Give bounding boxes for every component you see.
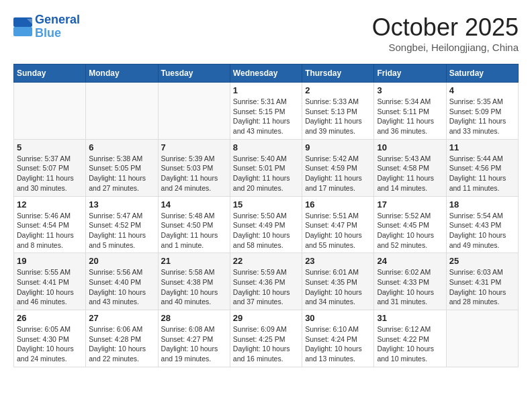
day-info: Sunrise: 6:05 AM Sunset: 4:30 PM Dayligh… xyxy=(17,324,83,364)
day-info: Sunrise: 5:38 AM Sunset: 5:05 PM Dayligh… xyxy=(89,154,154,193)
day-number: 4 xyxy=(449,85,515,95)
day-number: 12 xyxy=(17,199,83,210)
calendar-cell xyxy=(158,83,230,140)
day-info: Sunrise: 5:54 AM Sunset: 4:43 PM Dayligh… xyxy=(449,211,515,250)
calendar-week-row: 1Sunrise: 5:31 AM Sunset: 5:15 PM Daylig… xyxy=(14,83,519,140)
day-info: Sunrise: 5:42 AM Sunset: 4:59 PM Dayligh… xyxy=(305,154,371,193)
logo-line2: Blue xyxy=(35,27,80,40)
calendar-cell: 13Sunrise: 5:47 AM Sunset: 4:52 PM Dayli… xyxy=(86,196,158,253)
calendar-cell: 16Sunrise: 5:51 AM Sunset: 4:47 PM Dayli… xyxy=(302,196,374,253)
day-number: 23 xyxy=(305,256,371,266)
calendar-cell xyxy=(86,83,158,140)
calendar-table: SundayMondayTuesdayWednesdayThursdayFrid… xyxy=(13,64,519,367)
day-info: Sunrise: 5:52 AM Sunset: 4:45 PM Dayligh… xyxy=(377,211,443,250)
day-number: 26 xyxy=(17,313,83,323)
calendar-cell: 21Sunrise: 5:58 AM Sunset: 4:38 PM Dayli… xyxy=(158,253,230,310)
calendar-cell: 30Sunrise: 6:10 AM Sunset: 4:24 PM Dayli… xyxy=(302,310,374,367)
title-block: October 2025 Songbei, Heilongjiang, Chin… xyxy=(372,13,519,53)
day-info: Sunrise: 5:46 AM Sunset: 4:54 PM Dayligh… xyxy=(17,211,83,250)
day-number: 8 xyxy=(233,142,299,152)
month-title: October 2025 xyxy=(372,13,519,42)
day-info: Sunrise: 6:03 AM Sunset: 4:31 PM Dayligh… xyxy=(449,267,515,307)
calendar-cell: 2Sunrise: 5:33 AM Sunset: 5:13 PM Daylig… xyxy=(302,83,374,140)
day-number: 20 xyxy=(89,256,154,266)
day-number: 15 xyxy=(233,199,299,210)
day-info: Sunrise: 5:37 AM Sunset: 5:07 PM Dayligh… xyxy=(17,154,83,193)
day-number: 21 xyxy=(161,256,227,266)
calendar-week-row: 12Sunrise: 5:46 AM Sunset: 4:54 PM Dayli… xyxy=(14,196,519,253)
calendar-cell: 7Sunrise: 5:39 AM Sunset: 5:03 PM Daylig… xyxy=(158,139,230,196)
day-number: 1 xyxy=(233,85,299,95)
day-number: 3 xyxy=(377,85,443,95)
day-info: Sunrise: 5:34 AM Sunset: 5:11 PM Dayligh… xyxy=(377,97,443,136)
day-info: Sunrise: 5:59 AM Sunset: 4:36 PM Dayligh… xyxy=(233,267,299,307)
day-number: 11 xyxy=(449,142,515,152)
day-info: Sunrise: 5:35 AM Sunset: 5:09 PM Dayligh… xyxy=(449,97,515,136)
day-info: Sunrise: 5:43 AM Sunset: 4:58 PM Dayligh… xyxy=(377,154,443,193)
calendar-cell: 17Sunrise: 5:52 AM Sunset: 4:45 PM Dayli… xyxy=(374,196,446,253)
calendar-cell: 5Sunrise: 5:37 AM Sunset: 5:07 PM Daylig… xyxy=(14,139,86,196)
logo-line1: General xyxy=(35,13,80,26)
day-info: Sunrise: 6:01 AM Sunset: 4:35 PM Dayligh… xyxy=(305,267,371,307)
calendar-week-row: 5Sunrise: 5:37 AM Sunset: 5:07 PM Daylig… xyxy=(14,139,519,196)
day-number: 19 xyxy=(17,256,83,266)
day-number: 5 xyxy=(17,142,83,152)
calendar-cell: 6Sunrise: 5:38 AM Sunset: 5:05 PM Daylig… xyxy=(86,139,158,196)
day-number: 14 xyxy=(161,199,227,210)
calendar-cell: 19Sunrise: 5:55 AM Sunset: 4:41 PM Dayli… xyxy=(14,253,86,310)
calendar-header: SundayMondayTuesdayWednesdayThursdayFrid… xyxy=(14,64,519,83)
day-info: Sunrise: 5:33 AM Sunset: 5:13 PM Dayligh… xyxy=(305,97,371,136)
day-info: Sunrise: 5:31 AM Sunset: 5:15 PM Dayligh… xyxy=(233,97,299,136)
calendar-cell: 28Sunrise: 6:08 AM Sunset: 4:27 PM Dayli… xyxy=(158,310,230,367)
day-number: 6 xyxy=(89,142,154,152)
day-info: Sunrise: 5:51 AM Sunset: 4:47 PM Dayligh… xyxy=(305,211,371,250)
day-number: 9 xyxy=(305,142,371,152)
day-number: 27 xyxy=(89,313,154,323)
calendar-cell: 8Sunrise: 5:40 AM Sunset: 5:01 PM Daylig… xyxy=(230,139,302,196)
day-info: Sunrise: 6:10 AM Sunset: 4:24 PM Dayligh… xyxy=(305,324,371,364)
weekday-header: Saturday xyxy=(446,64,518,83)
calendar-cell: 31Sunrise: 6:12 AM Sunset: 4:22 PM Dayli… xyxy=(374,310,446,367)
calendar-cell: 27Sunrise: 6:06 AM Sunset: 4:28 PM Dayli… xyxy=(86,310,158,367)
calendar-cell: 14Sunrise: 5:48 AM Sunset: 4:50 PM Dayli… xyxy=(158,196,230,253)
day-info: Sunrise: 6:06 AM Sunset: 4:28 PM Dayligh… xyxy=(89,324,154,364)
day-info: Sunrise: 5:58 AM Sunset: 4:38 PM Dayligh… xyxy=(161,267,227,307)
day-number: 25 xyxy=(449,256,515,266)
logo: General Blue xyxy=(13,13,80,40)
day-info: Sunrise: 6:12 AM Sunset: 4:22 PM Dayligh… xyxy=(377,324,443,364)
calendar-cell xyxy=(446,310,518,367)
day-info: Sunrise: 5:55 AM Sunset: 4:41 PM Dayligh… xyxy=(17,267,83,307)
calendar-cell: 20Sunrise: 5:56 AM Sunset: 4:40 PM Dayli… xyxy=(86,253,158,310)
weekday-header: Friday xyxy=(374,64,446,83)
logo-text: General Blue xyxy=(35,13,80,40)
day-info: Sunrise: 5:48 AM Sunset: 4:50 PM Dayligh… xyxy=(161,211,227,250)
day-number: 30 xyxy=(305,313,371,323)
calendar-cell: 12Sunrise: 5:46 AM Sunset: 4:54 PM Dayli… xyxy=(14,196,86,253)
weekday-header: Monday xyxy=(86,64,158,83)
day-number: 18 xyxy=(449,199,515,210)
day-info: Sunrise: 6:02 AM Sunset: 4:33 PM Dayligh… xyxy=(377,267,443,307)
day-number: 16 xyxy=(305,199,371,210)
weekday-header: Thursday xyxy=(302,64,374,83)
calendar-cell: 29Sunrise: 6:09 AM Sunset: 4:25 PM Dayli… xyxy=(230,310,302,367)
calendar-week-row: 26Sunrise: 6:05 AM Sunset: 4:30 PM Dayli… xyxy=(14,310,519,367)
calendar-cell: 11Sunrise: 5:44 AM Sunset: 4:56 PM Dayli… xyxy=(446,139,518,196)
day-number: 22 xyxy=(233,256,299,266)
weekday-header: Wednesday xyxy=(230,64,302,83)
day-number: 29 xyxy=(233,313,299,323)
logo-icon xyxy=(13,17,32,36)
calendar-cell: 18Sunrise: 5:54 AM Sunset: 4:43 PM Dayli… xyxy=(446,196,518,253)
day-number: 2 xyxy=(305,85,371,95)
page-header: General Blue October 2025 Songbei, Heilo… xyxy=(13,13,519,53)
day-number: 13 xyxy=(89,199,154,210)
weekday-row: SundayMondayTuesdayWednesdayThursdayFrid… xyxy=(14,64,519,83)
day-number: 31 xyxy=(377,313,443,323)
calendar-body: 1Sunrise: 5:31 AM Sunset: 5:15 PM Daylig… xyxy=(14,83,519,367)
calendar-cell xyxy=(14,83,86,140)
day-info: Sunrise: 5:56 AM Sunset: 4:40 PM Dayligh… xyxy=(89,267,154,307)
weekday-header: Tuesday xyxy=(158,64,230,83)
day-info: Sunrise: 6:08 AM Sunset: 4:27 PM Dayligh… xyxy=(161,324,227,364)
calendar-cell: 9Sunrise: 5:42 AM Sunset: 4:59 PM Daylig… xyxy=(302,139,374,196)
day-number: 28 xyxy=(161,313,227,323)
day-number: 24 xyxy=(377,256,443,266)
